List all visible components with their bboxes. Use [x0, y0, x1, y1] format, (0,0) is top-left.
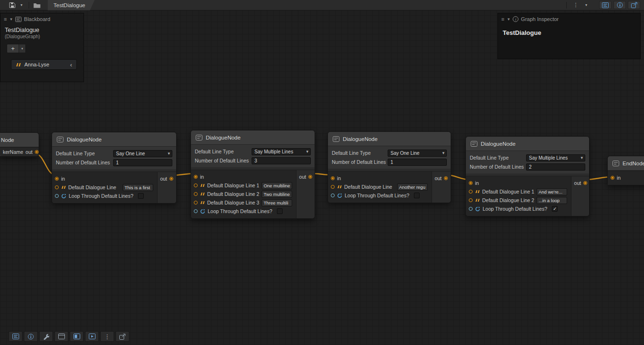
num-lines-input[interactable]: 3: [252, 157, 311, 164]
loop-icon: [475, 206, 480, 212]
dropdown-value: Say Multiple Lines: [529, 155, 568, 161]
more-options-caret[interactable]: ▾: [582, 1, 591, 10]
port-label: Default Dialogue Line: [68, 184, 116, 190]
open-external-button[interactable]: [628, 1, 640, 9]
partial-node[interactable]: Node kerName out: [0, 132, 39, 157]
collapse-icon[interactable]: ▼: [507, 17, 510, 22]
loop-port[interactable]: [331, 194, 335, 197]
dialogue-line-input[interactable]: One multiline: [262, 182, 292, 189]
node-title-bar[interactable]: DialogueNode: [52, 132, 176, 147]
dialogue-line-port[interactable]: [194, 192, 198, 196]
save-button[interactable]: [8, 1, 17, 10]
input-port[interactable]: [469, 181, 473, 185]
loop-checkbox[interactable]: [414, 193, 420, 198]
input-port[interactable]: [611, 176, 614, 180]
drag-handle-icon[interactable]: ≡: [501, 16, 504, 22]
dialogue-line-port[interactable]: [469, 198, 473, 202]
loop-port[interactable]: [194, 209, 198, 213]
num-lines-input[interactable]: 2: [526, 163, 585, 171]
loop-port[interactable]: [55, 194, 59, 198]
end-node[interactable]: EndNode in: [607, 156, 644, 185]
chevron-left-icon[interactable]: ‹: [70, 62, 72, 68]
port-row: in: [52, 174, 157, 183]
output-port[interactable]: [583, 181, 587, 185]
output-port[interactable]: [35, 150, 39, 154]
node-title-bar[interactable]: DialogueNode: [466, 137, 589, 151]
num-lines-input[interactable]: 1: [113, 159, 172, 166]
dialogue-line-port[interactable]: [194, 183, 198, 187]
output-ports: out: [571, 176, 589, 216]
preview-button[interactable]: [85, 331, 99, 342]
window-button[interactable]: [54, 331, 68, 342]
loop-port[interactable]: [469, 207, 473, 211]
num-lines-input[interactable]: 1: [388, 159, 447, 166]
dialogue-node-2[interactable]: DialogueNode Default Line Type Say Multi…: [190, 130, 315, 219]
dialogue-node-1[interactable]: DialogueNode Default Line Type Say One L…: [52, 132, 177, 204]
loop-checkbox[interactable]: [138, 193, 144, 199]
line-type-dropdown[interactable]: Say One Line: [113, 150, 172, 157]
loop-checkbox[interactable]: [277, 208, 283, 214]
node-properties: Default Line Type Say One Line Number of…: [328, 146, 451, 169]
input-port[interactable]: [194, 175, 198, 179]
blackboard-header[interactable]: ≡ ▼ Blackboard: [0, 13, 84, 25]
output-port[interactable]: [169, 177, 173, 181]
node-title-bar[interactable]: DialogueNode: [328, 132, 451, 146]
port-label: Loop Through Default Lines?: [483, 206, 547, 212]
bottom-toolbar: ⋮: [9, 331, 129, 342]
loop-checkbox[interactable]: ✓: [552, 206, 558, 212]
node-title-bar[interactable]: DialogueNode: [191, 130, 315, 145]
add-property-caret[interactable]: ▾: [19, 44, 26, 53]
node-title-bar[interactable]: EndNode: [608, 156, 644, 171]
toggle-inspector-button[interactable]: [613, 1, 626, 9]
line-type-dropdown[interactable]: Say Multiple Lines: [526, 154, 585, 162]
drag-handle-icon[interactable]: ≡: [4, 16, 7, 22]
dialogue-line-input[interactable]: This is a first: [123, 184, 153, 191]
dialogue-node-3[interactable]: DialogueNode Default Line Type Say One L…: [327, 131, 451, 203]
dialogue-line-input[interactable]: Two multiline: [262, 191, 292, 198]
output-port[interactable]: [308, 175, 312, 179]
dialogue-line-port[interactable]: [55, 185, 59, 189]
dialogue-line-port[interactable]: [331, 185, 335, 189]
inspector-header[interactable]: ≡ ▼ i Graph Inspector: [498, 13, 640, 25]
dialogue-node-4[interactable]: DialogueNode Default Line Type Say Multi…: [465, 136, 590, 216]
open-asset-button[interactable]: [32, 1, 42, 10]
dialogue-line-port[interactable]: [469, 190, 473, 194]
prop-row: Default Line Type Say Multiple Lines: [193, 148, 313, 155]
panel-title: Graph Inspector: [521, 16, 559, 22]
blackboard-add-group: + ▾: [7, 44, 84, 53]
node-port-area: in Default Dialogue Line Another regu: [328, 171, 451, 203]
prop-row: Default Line Type Say One Line: [330, 149, 449, 157]
prop-label: Default Line Type: [56, 151, 95, 156]
dialogue-line-input[interactable]: Three multili: [262, 199, 292, 206]
port-row: Loop Through Default Lines?: [191, 207, 296, 216]
add-property-button[interactable]: +: [7, 44, 19, 53]
graph-tab[interactable]: TestDialogue: [48, 0, 95, 11]
script-icon: [196, 135, 202, 140]
line-type-dropdown[interactable]: Say Multiple Lines: [252, 148, 311, 155]
open-external-button[interactable]: [116, 331, 129, 342]
line-type-dropdown[interactable]: Say One Line: [388, 150, 447, 157]
node-port-area: in: [608, 171, 644, 185]
output-port-label: out: [160, 176, 167, 182]
inspector-toggle-button[interactable]: [24, 331, 38, 342]
loop-icon: [200, 209, 205, 214]
dialogue-line-port[interactable]: [194, 201, 198, 205]
dialogue-line-input[interactable]: And we're...: [537, 188, 567, 195]
tools-button[interactable]: [39, 331, 53, 342]
node-title-bar[interactable]: Node: [0, 133, 39, 147]
node-port-area: in Default Dialogue Line 1 One multiline: [191, 170, 315, 218]
collapse-icon[interactable]: ▼: [9, 17, 13, 22]
save-dropdown-button[interactable]: ▾: [17, 1, 26, 10]
more-options-button[interactable]: ⋮: [571, 1, 580, 10]
more-options-button[interactable]: ⋮: [100, 331, 114, 342]
blackboard-toggle-button[interactable]: [9, 331, 22, 342]
dialogue-line-input[interactable]: ...in a loop: [537, 197, 567, 204]
dialogue-line-input[interactable]: Another regu: [397, 183, 428, 191]
toggle-blackboard-button[interactable]: [599, 1, 612, 9]
board-button[interactable]: [70, 331, 84, 342]
output-port[interactable]: [444, 176, 448, 180]
input-port[interactable]: [55, 177, 59, 181]
script-icon: [612, 161, 619, 166]
blackboard-property-row[interactable]: Anna-Lyse ‹: [11, 59, 77, 70]
input-port[interactable]: [331, 176, 335, 180]
